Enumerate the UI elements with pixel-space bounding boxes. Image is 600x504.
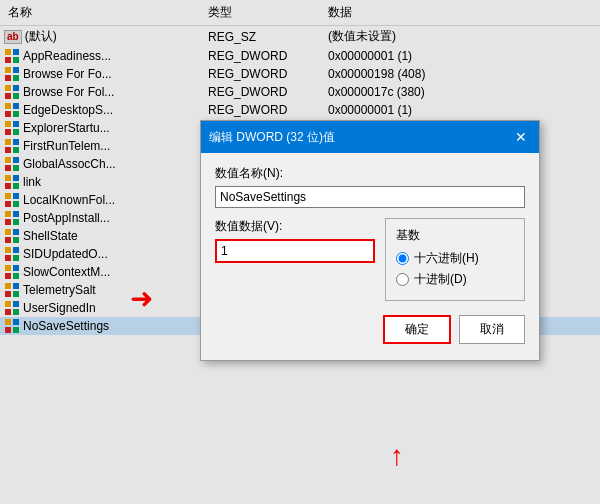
dec-radio-label[interactable]: 十进制(D)	[396, 271, 514, 288]
hex-label: 十六进制(H)	[414, 250, 479, 267]
name-label: 数值名称(N):	[215, 165, 525, 182]
name-input[interactable]	[215, 186, 525, 208]
dialog-overlay: 编辑 DWORD (32 位)值 ✕ 数值名称(N): 数值数据(V): 基数	[0, 0, 600, 504]
dialog-buttons: 确定 取消	[215, 315, 525, 348]
value-section: 数值数据(V):	[215, 218, 375, 263]
data-label: 数值数据(V):	[215, 218, 375, 235]
base-title: 基数	[396, 227, 514, 244]
hex-radio[interactable]	[396, 252, 409, 265]
dec-label: 十进制(D)	[414, 271, 467, 288]
dialog-title: 编辑 DWORD (32 位)值	[209, 129, 335, 146]
data-input[interactable]	[215, 239, 375, 263]
hex-radio-label[interactable]: 十六进制(H)	[396, 250, 514, 267]
ok-button[interactable]: 确定	[383, 315, 451, 344]
dialog-content: 数值名称(N): 数值数据(V): 基数 十六进制(H)	[201, 153, 539, 360]
cancel-button[interactable]: 取消	[459, 315, 525, 344]
edit-dword-dialog: 编辑 DWORD (32 位)值 ✕ 数值名称(N): 数值数据(V): 基数	[200, 120, 540, 361]
base-section: 基数 十六进制(H) 十进制(D)	[385, 218, 525, 301]
value-base-row: 数值数据(V): 基数 十六进制(H) 十进制(D)	[215, 218, 525, 301]
dec-radio[interactable]	[396, 273, 409, 286]
dialog-titlebar: 编辑 DWORD (32 位)值 ✕	[201, 121, 539, 153]
dialog-close-button[interactable]: ✕	[511, 127, 531, 147]
